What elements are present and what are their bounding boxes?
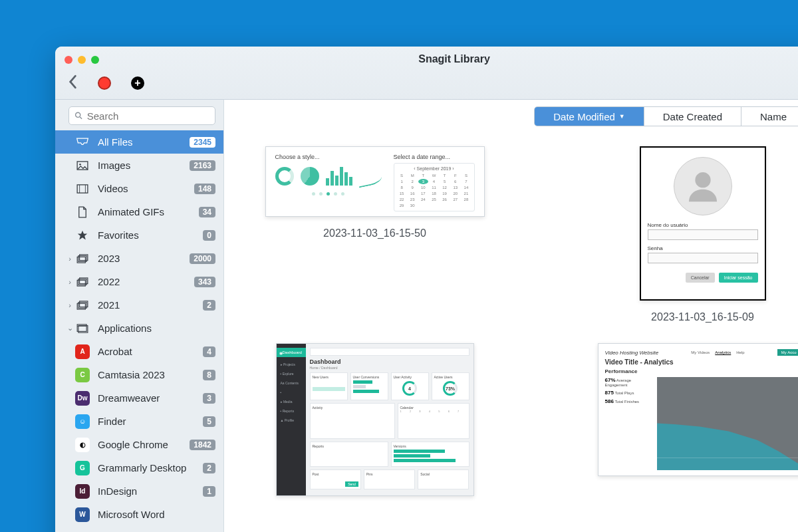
chevron-right-icon: › xyxy=(65,278,75,286)
app-icon: G xyxy=(75,461,90,475)
capture-item[interactable]: Choose a style... Select a date range... xyxy=(265,146,485,323)
app-icon: Id xyxy=(75,484,90,499)
app-icon: W xyxy=(75,507,90,522)
titlebar: Snagit Library + xyxy=(55,47,798,100)
thumbnail-caption: 2023-11-03_16-15-09 xyxy=(651,311,754,323)
star-icon xyxy=(75,229,90,241)
back-button[interactable] xyxy=(67,74,78,92)
capture-item[interactable]: Nome do usuário Senha Cancelar Iniciar s… xyxy=(640,146,766,323)
sidebar-item-app[interactable]: WMicrosoft Word xyxy=(55,503,223,526)
chevron-right-icon: › xyxy=(65,301,75,309)
thumbnail-caption: 2023-11-03_16-15-50 xyxy=(323,227,426,239)
donut-icon xyxy=(275,167,294,186)
pie-icon xyxy=(301,167,319,186)
svg-line-1 xyxy=(80,117,82,119)
app-icon: ◐ xyxy=(75,438,90,452)
sidebar-item-2022[interactable]: › 2022 343 xyxy=(55,270,223,293)
chevron-right-icon: › xyxy=(65,255,75,263)
image-icon xyxy=(75,160,90,172)
sidebar-item-videos[interactable]: Videos 148 xyxy=(55,177,223,200)
sidebar-item-gifs[interactable]: Animated GIFs 34 xyxy=(55,200,223,223)
stack-icon xyxy=(75,299,90,311)
app-icon: Dw xyxy=(75,391,90,406)
sort-segmented-control: Date Modified▼ Date Created Name xyxy=(534,106,798,126)
window-icon xyxy=(75,323,90,334)
search-field[interactable] xyxy=(87,110,209,122)
content-area: All Files 2345 Images 2163 Videos 148 An… xyxy=(55,100,798,532)
record-button[interactable] xyxy=(98,76,111,90)
sidebar-item-2023[interactable]: › 2023 2000 xyxy=(55,247,223,270)
sidebar-item-app[interactable]: ◐Google Chrome1842 xyxy=(55,433,223,456)
capture-item[interactable]: Video Hosting Website My Videos Analytic… xyxy=(598,343,799,507)
main-panel: Date Modified▼ Date Created Name Choose … xyxy=(224,100,798,532)
bars-icon xyxy=(326,167,352,186)
sort-direction-icon: ▼ xyxy=(619,113,625,120)
sidebar-item-app[interactable]: GGrammarly Desktop2 xyxy=(55,456,223,479)
sidebar-item-app[interactable]: DwDreamweaver3 xyxy=(55,386,223,410)
inbox-icon xyxy=(75,136,90,148)
thumbnail-preview: Nome do usuário Senha Cancelar Iniciar s… xyxy=(640,146,766,301)
sidebar-item-app[interactable]: ☺Finder5 xyxy=(55,410,223,433)
stack-icon xyxy=(75,276,90,288)
search-input[interactable] xyxy=(68,106,215,125)
sidebar-item-applications[interactable]: ⌄ Applications xyxy=(55,317,223,340)
sidebar-item-app[interactable]: IdInDesign1 xyxy=(55,479,223,503)
capture-item[interactable]: ◉ Dashboard ▸ Projects ▪ Explore Aa Cont… xyxy=(276,343,474,507)
stack-icon xyxy=(75,253,90,265)
area-chart xyxy=(657,377,799,470)
thumbnail-grid: Choose a style... Select a date range... xyxy=(224,146,798,532)
avatar-icon xyxy=(674,157,732,215)
toolbar: + xyxy=(67,74,144,92)
thumbnail-preview: Choose a style... Select a date range... xyxy=(265,146,485,217)
video-icon xyxy=(75,183,90,195)
svg-point-3 xyxy=(79,163,81,165)
sidebar-item-all-files[interactable]: All Files 2345 xyxy=(55,130,223,154)
app-icon: ☺ xyxy=(75,414,90,429)
app-icon: A xyxy=(75,344,90,359)
sort-date-modified[interactable]: Date Modified▼ xyxy=(535,107,644,126)
file-icon xyxy=(75,206,90,218)
sidebar: All Files 2345 Images 2163 Videos 148 An… xyxy=(55,100,224,532)
svg-point-19 xyxy=(695,172,710,188)
thumbnail-preview: ◉ Dashboard ▸ Projects ▪ Explore Aa Cont… xyxy=(276,343,474,496)
sort-name[interactable]: Name xyxy=(741,107,798,126)
chevron-down-icon: ⌄ xyxy=(65,324,75,332)
sort-date-created[interactable]: Date Created xyxy=(644,107,741,126)
snagit-library-window: Snagit Library + All Files 2345 xyxy=(55,47,798,532)
svg-point-0 xyxy=(76,112,80,117)
svg-rect-4 xyxy=(77,184,88,192)
thumbnail-preview: Video Hosting Website My Videos Analytic… xyxy=(598,343,799,476)
line-icon xyxy=(359,170,382,188)
sidebar-item-2021[interactable]: › 2021 2 xyxy=(55,293,223,317)
sidebar-item-app[interactable]: CCamtasia 20238 xyxy=(55,363,223,386)
sidebar-item-app[interactable]: AAcrobat4 xyxy=(55,340,223,363)
sidebar-item-images[interactable]: Images 2163 xyxy=(55,154,223,177)
app-icon: C xyxy=(75,368,90,382)
search-icon xyxy=(74,111,83,120)
add-button[interactable]: + xyxy=(131,76,144,90)
window-title: Snagit Library xyxy=(55,53,798,65)
sidebar-item-favorites[interactable]: Favorites 0 xyxy=(55,223,223,247)
